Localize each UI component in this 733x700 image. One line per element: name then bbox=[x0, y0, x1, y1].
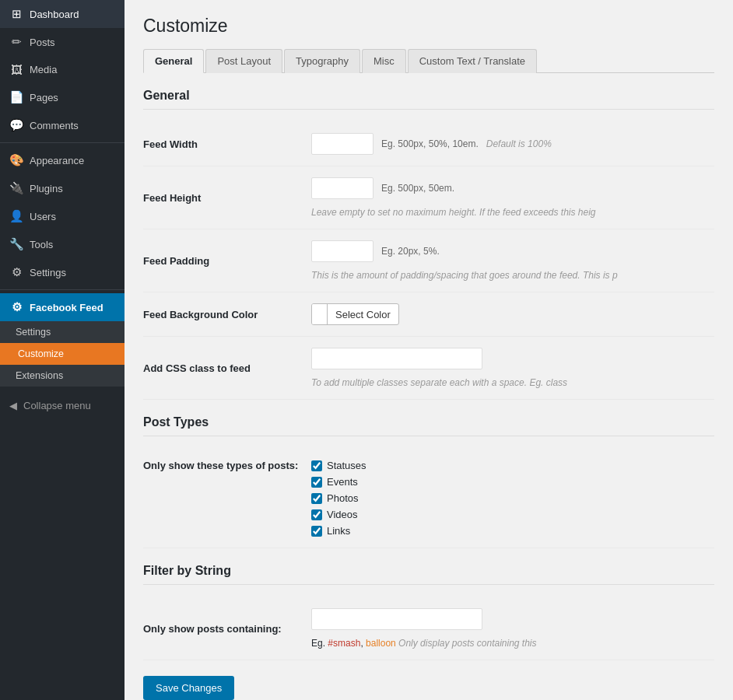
sidebar-item-users[interactable]: 👤 Users bbox=[0, 202, 125, 230]
filter-hint: Eg. #smash, balloon Only display posts c… bbox=[311, 638, 537, 649]
feed-height-note: Leave empty to set no maximum height. If… bbox=[311, 207, 596, 218]
appearance-icon: 🎨 bbox=[9, 153, 23, 167]
sidebar-item-label: Plugins bbox=[30, 183, 63, 194]
css-class-hint: To add multiple classes separate each wi… bbox=[311, 377, 567, 388]
sidebar-item-label: Dashboard bbox=[30, 9, 79, 20]
feed-height-controls: Eg. 500px, 50em. Leave empty to set no m… bbox=[311, 177, 714, 218]
color-swatch bbox=[312, 303, 328, 325]
sidebar-item-fb-extensions[interactable]: Extensions bbox=[0, 365, 125, 387]
sidebar-item-fb-customize[interactable]: Customize bbox=[0, 343, 125, 365]
feed-height-input[interactable] bbox=[311, 177, 374, 199]
general-section-title: General bbox=[143, 89, 714, 110]
feed-padding-controls: Eg. 20px, 5%. This is the amount of padd… bbox=[311, 240, 714, 281]
feed-bg-color-label: Feed Background Color bbox=[143, 309, 299, 320]
sidebar-item-label: Users bbox=[30, 211, 56, 222]
feed-height-label: Feed Height bbox=[143, 192, 299, 204]
sidebar-item-dashboard[interactable]: ⊞ Dashboard bbox=[0, 0, 125, 28]
tab-custom-text[interactable]: Custom Text / Translate bbox=[408, 49, 537, 73]
videos-checkbox[interactable] bbox=[311, 509, 322, 520]
sidebar-item-posts[interactable]: ✏ Posts bbox=[0, 28, 125, 56]
feed-bg-color-row: Feed Background Color Select Color bbox=[143, 292, 714, 337]
sidebar-facebook-feed[interactable]: ⚙ Facebook Feed bbox=[0, 293, 125, 321]
save-changes-button[interactable]: Save Changes bbox=[143, 676, 234, 700]
statuses-checkbox[interactable] bbox=[311, 460, 322, 471]
feed-width-input[interactable] bbox=[311, 133, 374, 155]
tab-post-layout[interactable]: Post Layout bbox=[205, 49, 282, 73]
feed-width-label: Feed Width bbox=[143, 138, 299, 150]
media-icon: 🖼 bbox=[9, 63, 23, 76]
sidebar-item-label: Comments bbox=[30, 120, 79, 131]
events-label: Events bbox=[327, 476, 358, 488]
tab-bar: General Post Layout Typography Misc Cust… bbox=[143, 49, 714, 73]
post-types-label: Only show these types of posts: bbox=[143, 460, 299, 471]
tab-typography[interactable]: Typography bbox=[284, 49, 360, 73]
photos-label: Photos bbox=[327, 492, 358, 504]
css-class-controls: To add multiple classes separate each wi… bbox=[311, 348, 714, 388]
sidebar-item-plugins[interactable]: 🔌 Plugins bbox=[0, 174, 125, 202]
filter-section: Filter by String Only show posts contain… bbox=[143, 564, 714, 660]
main-content: Customize General Post Layout Typography… bbox=[125, 0, 733, 700]
css-class-row: Add CSS class to feed To add multiple cl… bbox=[143, 337, 714, 400]
videos-label: Videos bbox=[327, 509, 358, 520]
filter-row: Only show posts containing: Eg. #smash, … bbox=[143, 597, 714, 660]
sidebar-item-comments[interactable]: 💬 Comments bbox=[0, 111, 125, 139]
post-types-row: Only show these types of posts: Statuses… bbox=[143, 449, 714, 548]
feed-width-controls: Eg. 500px, 50%, 10em. Default is 100% bbox=[311, 133, 714, 155]
feed-width-row: Feed Width Eg. 500px, 50%, 10em. Default… bbox=[143, 122, 714, 166]
post-types-section: Post Types Only show these types of post… bbox=[143, 415, 714, 548]
filter-label: Only show posts containing: bbox=[143, 623, 299, 635]
select-color-button[interactable]: Select Color bbox=[311, 303, 399, 325]
filter-input[interactable] bbox=[311, 608, 482, 630]
tab-general[interactable]: General bbox=[143, 49, 204, 73]
videos-row: Videos bbox=[311, 509, 366, 520]
sidebar-item-settings[interactable]: ⚙ Settings bbox=[0, 258, 125, 286]
feed-padding-note: This is the amount of padding/spacing th… bbox=[311, 270, 618, 281]
filter-title: Filter by String bbox=[143, 564, 714, 585]
sidebar-item-label: Posts bbox=[30, 37, 55, 48]
sidebar-item-label: Appearance bbox=[30, 155, 84, 166]
page-title: Customize bbox=[143, 16, 714, 37]
pages-icon: 📄 bbox=[9, 90, 23, 104]
sidebar-item-pages[interactable]: 📄 Pages bbox=[0, 83, 125, 111]
sidebar-item-tools[interactable]: 🔧 Tools bbox=[0, 230, 125, 258]
users-icon: 👤 bbox=[9, 209, 23, 223]
feed-height-row: Feed Height Eg. 500px, 50em. Leave empty… bbox=[143, 166, 714, 229]
collapse-menu-button[interactable]: ◀ Collapse menu bbox=[0, 393, 125, 418]
feed-bg-color-controls: Select Color bbox=[311, 303, 714, 325]
filter-smash: #smash bbox=[328, 638, 360, 649]
posts-icon: ✏ bbox=[9, 35, 23, 49]
feed-padding-label: Feed Padding bbox=[143, 255, 299, 267]
plugins-icon: 🔌 bbox=[9, 181, 23, 195]
feed-padding-hint: Eg. 20px, 5%. bbox=[381, 246, 440, 257]
dashboard-icon: ⊞ bbox=[9, 7, 23, 21]
sidebar-item-label: Settings bbox=[30, 267, 66, 278]
filter-balloon: balloon bbox=[366, 638, 396, 649]
photos-row: Photos bbox=[311, 492, 366, 504]
sidebar-item-label: Media bbox=[30, 64, 57, 75]
sidebar-item-media[interactable]: 🖼 Media bbox=[0, 56, 125, 83]
links-row: Links bbox=[311, 525, 366, 537]
general-section: General Feed Width Eg. 500px, 50%, 10em.… bbox=[143, 89, 714, 400]
sidebar-item-label: Pages bbox=[30, 92, 58, 103]
facebook-feed-label: Facebook Feed bbox=[30, 302, 103, 313]
feed-height-hint: Eg. 500px, 50em. bbox=[381, 183, 454, 194]
css-class-input[interactable] bbox=[311, 348, 482, 369]
filter-controls: Eg. #smash, balloon Only display posts c… bbox=[311, 608, 714, 649]
photos-checkbox[interactable] bbox=[311, 493, 322, 504]
facebook-feed-icon: ⚙ bbox=[9, 300, 23, 314]
statuses-label: Statuses bbox=[327, 460, 366, 471]
links-checkbox[interactable] bbox=[311, 526, 322, 537]
sidebar-item-fb-settings[interactable]: Settings bbox=[0, 321, 125, 343]
events-checkbox[interactable] bbox=[311, 477, 322, 488]
css-class-label: Add CSS class to feed bbox=[143, 362, 299, 374]
fb-settings-label: Settings bbox=[16, 327, 51, 338]
tab-misc[interactable]: Misc bbox=[362, 49, 406, 73]
links-label: Links bbox=[327, 525, 350, 537]
comments-icon: 💬 bbox=[9, 118, 23, 132]
feed-padding-row: Feed Padding Eg. 20px, 5%. This is the a… bbox=[143, 229, 714, 292]
feed-padding-input[interactable] bbox=[311, 240, 374, 262]
sidebar-submenu: Settings Customize Extensions bbox=[0, 321, 125, 387]
sidebar-item-label: Tools bbox=[30, 239, 53, 250]
sidebar-item-appearance[interactable]: 🎨 Appearance bbox=[0, 146, 125, 174]
statuses-row: Statuses bbox=[311, 460, 366, 471]
